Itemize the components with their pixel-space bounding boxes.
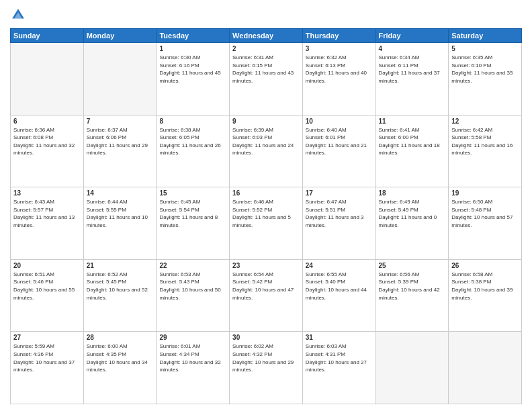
day-info: Sunrise: 6:02 AMSunset: 4:32 PMDaylight:… [232,342,300,373]
day-number: 4 [379,45,446,52]
day-number: 25 [379,262,446,269]
day-info: Sunrise: 6:38 AMSunset: 6:05 PMDaylight:… [159,126,226,157]
day-info: Sunrise: 6:52 AMSunset: 5:45 PMDaylight:… [87,271,154,302]
day-number: 28 [87,334,154,341]
calendar-cell [449,332,522,404]
day-info: Sunrise: 6:31 AMSunset: 6:15 PMDaylight:… [232,54,300,85]
day-number: 2 [232,45,300,52]
day-info: Sunrise: 6:46 AMSunset: 5:52 PMDaylight:… [232,198,300,229]
day-number: 27 [13,334,81,341]
calendar-cell: 21Sunrise: 6:52 AMSunset: 5:45 PMDayligh… [83,259,157,332]
day-header-sunday: Sunday [11,29,84,43]
day-number: 15 [159,189,226,197]
day-info: Sunrise: 6:00 AMSunset: 4:35 PMDaylight:… [87,342,154,373]
day-number: 10 [306,118,373,125]
day-info: Sunrise: 6:45 AMSunset: 5:54 PMDaylight:… [159,198,226,229]
calendar-table: SundayMondayTuesdayWednesdayThursdayFrid… [10,28,522,404]
day-info: Sunrise: 6:43 AMSunset: 5:57 PMDaylight:… [13,198,81,229]
calendar-cell: 22Sunrise: 6:53 AMSunset: 5:43 PMDayligh… [157,259,230,332]
calendar-week-1: 1Sunrise: 6:30 AMSunset: 6:16 PMDaylight… [11,43,522,116]
day-header-saturday: Saturday [449,29,522,43]
calendar-cell: 3Sunrise: 6:32 AMSunset: 6:13 PMDaylight… [302,43,375,116]
calendar-cell: 23Sunrise: 6:54 AMSunset: 5:42 PMDayligh… [230,259,303,332]
day-info: Sunrise: 6:49 AMSunset: 5:49 PMDaylight:… [379,198,446,229]
calendar-cell: 18Sunrise: 6:49 AMSunset: 5:49 PMDayligh… [375,187,449,260]
day-number: 6 [13,118,81,125]
calendar-cell: 31Sunrise: 6:03 AMSunset: 4:31 PMDayligh… [302,332,375,404]
calendar-cell: 19Sunrise: 6:50 AMSunset: 5:48 PMDayligh… [449,187,522,260]
calendar-week-4: 20Sunrise: 6:51 AMSunset: 5:46 PMDayligh… [11,259,522,332]
day-number: 23 [232,262,300,269]
day-header-friday: Friday [375,29,449,43]
day-info: Sunrise: 6:51 AMSunset: 5:46 PMDaylight:… [13,271,81,302]
calendar-cell: 26Sunrise: 6:58 AMSunset: 5:38 PMDayligh… [449,259,522,332]
day-info: Sunrise: 6:34 AMSunset: 6:11 PMDaylight:… [379,54,446,85]
day-info: Sunrise: 6:01 AMSunset: 4:34 PMDaylight:… [159,342,226,373]
calendar-cell: 20Sunrise: 6:51 AMSunset: 5:46 PMDayligh… [11,259,84,332]
day-header-monday: Monday [83,29,157,43]
logo-icon [10,7,26,23]
calendar-week-3: 13Sunrise: 6:43 AMSunset: 5:57 PMDayligh… [11,187,522,260]
day-header-thursday: Thursday [302,29,375,43]
calendar-cell: 8Sunrise: 6:38 AMSunset: 6:05 PMDaylight… [157,115,230,187]
calendar-cell: 24Sunrise: 6:55 AMSunset: 5:40 PMDayligh… [302,259,375,332]
day-info: Sunrise: 6:40 AMSunset: 6:01 PMDaylight:… [306,126,373,157]
calendar-cell: 14Sunrise: 6:44 AMSunset: 5:55 PMDayligh… [83,187,157,260]
day-info: Sunrise: 6:56 AMSunset: 5:39 PMDaylight:… [379,271,446,302]
day-number: 19 [451,189,519,197]
calendar-cell [11,43,84,116]
calendar-cell: 12Sunrise: 6:42 AMSunset: 5:58 PMDayligh… [449,115,522,187]
calendar-cell: 9Sunrise: 6:39 AMSunset: 6:03 PMDaylight… [230,115,303,187]
calendar-cell: 4Sunrise: 6:34 AMSunset: 6:11 PMDaylight… [375,43,449,116]
calendar-cell: 25Sunrise: 6:56 AMSunset: 5:39 PMDayligh… [375,259,449,332]
day-header-wednesday: Wednesday [230,29,303,43]
calendar-week-5: 27Sunrise: 5:59 AMSunset: 4:36 PMDayligh… [11,332,522,404]
day-info: Sunrise: 6:36 AMSunset: 6:08 PMDaylight:… [13,126,81,157]
day-info: Sunrise: 6:53 AMSunset: 5:43 PMDaylight:… [159,271,226,302]
calendar-cell: 1Sunrise: 6:30 AMSunset: 6:16 PMDaylight… [157,43,230,116]
day-number: 1 [159,45,226,52]
day-info: Sunrise: 6:42 AMSunset: 5:58 PMDaylight:… [451,126,519,157]
calendar-cell: 7Sunrise: 6:37 AMSunset: 6:06 PMDaylight… [83,115,157,187]
calendar-cell [83,43,157,116]
day-number: 9 [232,118,300,125]
day-number: 22 [159,262,226,269]
day-info: Sunrise: 6:03 AMSunset: 4:31 PMDaylight:… [306,342,373,373]
calendar-cell: 10Sunrise: 6:40 AMSunset: 6:01 PMDayligh… [302,115,375,187]
calendar-header-row: SundayMondayTuesdayWednesdayThursdayFrid… [11,29,522,43]
day-number: 8 [159,118,226,125]
day-number: 12 [451,118,519,125]
day-number: 31 [306,334,373,341]
day-info: Sunrise: 6:54 AMSunset: 5:42 PMDaylight:… [232,271,300,302]
calendar-week-2: 6Sunrise: 6:36 AMSunset: 6:08 PMDaylight… [11,115,522,187]
day-number: 14 [87,189,154,197]
calendar-cell: 27Sunrise: 5:59 AMSunset: 4:36 PMDayligh… [11,332,84,404]
day-number: 21 [87,262,154,269]
day-number: 16 [232,189,300,197]
calendar-cell: 11Sunrise: 6:41 AMSunset: 6:00 PMDayligh… [375,115,449,187]
calendar-cell: 28Sunrise: 6:00 AMSunset: 4:35 PMDayligh… [83,332,157,404]
calendar-cell [375,332,449,404]
day-info: Sunrise: 5:59 AMSunset: 4:36 PMDaylight:… [13,342,81,373]
calendar-cell: 15Sunrise: 6:45 AMSunset: 5:54 PMDayligh… [157,187,230,260]
calendar-cell: 2Sunrise: 6:31 AMSunset: 6:15 PMDaylight… [230,43,303,116]
page: SundayMondayTuesdayWednesdayThursdayFrid… [0,0,532,411]
day-number: 11 [379,118,446,125]
day-number: 13 [13,189,81,197]
day-number: 18 [379,189,446,197]
day-info: Sunrise: 6:37 AMSunset: 6:06 PMDaylight:… [87,126,154,157]
day-info: Sunrise: 6:50 AMSunset: 5:48 PMDaylight:… [451,198,519,229]
day-number: 24 [306,262,373,269]
day-info: Sunrise: 6:35 AMSunset: 6:10 PMDaylight:… [451,54,519,85]
day-info: Sunrise: 6:44 AMSunset: 5:55 PMDaylight:… [87,198,154,229]
day-info: Sunrise: 6:30 AMSunset: 6:16 PMDaylight:… [159,54,226,85]
calendar-cell: 5Sunrise: 6:35 AMSunset: 6:10 PMDaylight… [449,43,522,116]
calendar-cell: 16Sunrise: 6:46 AMSunset: 5:52 PMDayligh… [230,187,303,260]
logo [10,7,29,23]
calendar-cell: 13Sunrise: 6:43 AMSunset: 5:57 PMDayligh… [11,187,84,260]
day-number: 7 [87,118,154,125]
day-info: Sunrise: 6:58 AMSunset: 5:38 PMDaylight:… [451,271,519,302]
day-number: 29 [159,334,226,341]
day-header-tuesday: Tuesday [157,29,230,43]
day-number: 20 [13,262,81,269]
